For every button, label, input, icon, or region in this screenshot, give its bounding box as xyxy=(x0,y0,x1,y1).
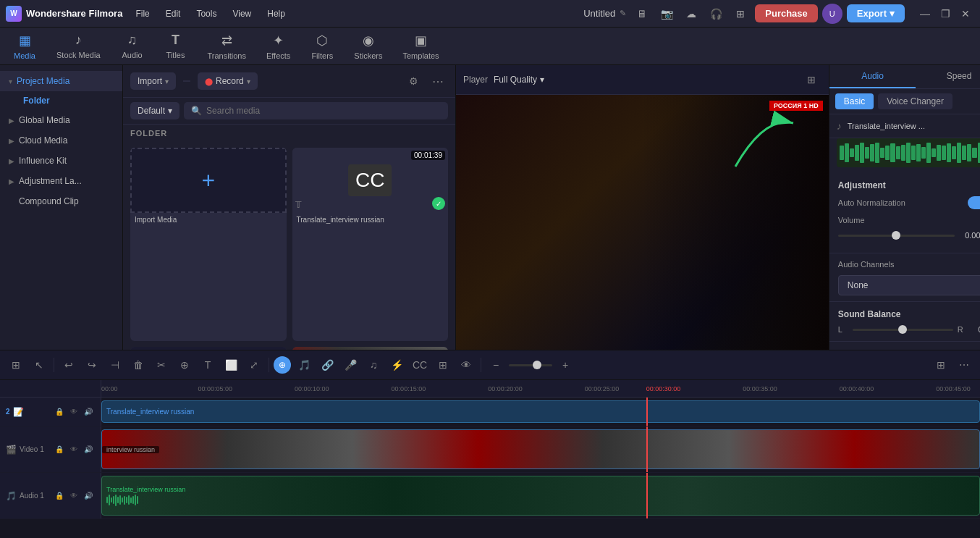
menu-file[interactable]: File xyxy=(128,6,156,22)
search-icon: 🔍 xyxy=(191,106,202,116)
auto-normalization-label: Auto Normalization xyxy=(838,198,962,207)
tl-audio-snap-btn[interactable]: 🎵 xyxy=(294,355,314,375)
video1-clip[interactable]: interview russian xyxy=(101,429,980,469)
rp-subtab-voice-changer[interactable]: Voice Changer xyxy=(878,93,952,109)
headphone-icon[interactable]: 🎧 xyxy=(706,4,726,24)
tl-audio1-track-content[interactable]: Translate_interview russian xyxy=(101,473,980,518)
track-2-lock-icon[interactable]: 🔒 xyxy=(53,405,66,419)
tl-caption-btn[interactable]: CC xyxy=(410,355,430,375)
minimize-btn[interactable]: — xyxy=(916,5,934,22)
tl-copy-btn[interactable]: ⊕ xyxy=(174,355,195,375)
record-button[interactable]: ⬤ Record ▾ xyxy=(198,72,258,90)
tab-media[interactable]: ▦ Media xyxy=(3,28,46,64)
tl-redo-btn[interactable]: ↪ xyxy=(82,355,102,375)
tl-minus-btn[interactable]: − xyxy=(486,355,506,375)
tl-text-btn[interactable]: T xyxy=(198,355,218,375)
rp-subtab-basic[interactable]: Basic xyxy=(835,93,874,109)
sound-balance-slider[interactable] xyxy=(853,329,953,331)
sidebar-item-cloud-media[interactable]: ▶ Cloud Media xyxy=(0,130,122,151)
search-input[interactable] xyxy=(206,106,441,116)
tab-transitions[interactable]: ⇄ Transitions xyxy=(198,28,256,64)
search-box[interactable]: 🔍 xyxy=(184,102,448,119)
close-btn[interactable]: ✕ xyxy=(957,5,974,22)
minimize-window-icon[interactable]: 🖥 xyxy=(632,4,652,24)
tl-mic-btn[interactable]: 🎤 xyxy=(340,355,360,375)
track-video1-eye-icon[interactable]: 👁 xyxy=(67,443,80,456)
track-audio1-lock-icon[interactable]: 🔒 xyxy=(53,489,66,503)
tl-insert-btn[interactable]: ⊣ xyxy=(105,355,125,375)
import-button[interactable]: Import ▾ xyxy=(130,72,176,90)
sidebar-item-global-media[interactable]: ▶ Global Media xyxy=(0,110,122,130)
track-2-volume-icon[interactable]: 🔊 xyxy=(82,405,95,419)
filter-icon[interactable]: ⚙ xyxy=(403,71,423,91)
track-video1-volume-icon[interactable]: 🔊 xyxy=(82,443,95,456)
more-options-icon[interactable]: ⋯ xyxy=(428,71,448,91)
track-video1-lock-icon[interactable]: 🔒 xyxy=(53,443,66,456)
subtitle-clip-label: Translate_interview russian xyxy=(106,408,194,416)
purchase-button[interactable]: Purchase xyxy=(755,4,818,22)
menu-edit[interactable]: Edit xyxy=(159,6,188,22)
volume-slider[interactable] xyxy=(838,235,955,237)
volume-thumb[interactable] xyxy=(892,231,900,240)
sidebar-item-adjustment-la[interactable]: ▶ Adjustment La... xyxy=(0,171,122,191)
tl-subtitle-clip[interactable]: Translate_interview russian xyxy=(101,400,980,423)
track-audio1-eye-icon[interactable]: 👁 xyxy=(67,489,80,503)
tab-filters[interactable]: ⬡ Filters xyxy=(300,28,344,64)
sidebar-item-compound-clip[interactable]: ▶ Compound Clip xyxy=(0,191,122,211)
import-media-item[interactable]: + Import Media xyxy=(130,148,287,341)
tab-stickers[interactable]: ◉ Stickers xyxy=(344,28,392,64)
tab-stock-media[interactable]: ♪ Stock Media xyxy=(46,28,111,64)
tl-group-btn[interactable]: ⊞ xyxy=(6,355,26,375)
tab-titles[interactable]: T Titles xyxy=(154,28,198,64)
menu-help[interactable]: Help xyxy=(260,6,292,22)
tl-screen-btn[interactable]: ⊞ xyxy=(433,355,453,375)
cloud-icon[interactable]: ☁ xyxy=(681,4,701,24)
tl-split-btn[interactable]: ⚡ xyxy=(386,355,407,375)
tl-snap-btn[interactable]: ⊕ xyxy=(274,356,291,374)
tl-crop-btn[interactable]: ⬜ xyxy=(221,355,241,375)
tab-effects[interactable]: ✦ Effects xyxy=(256,28,300,64)
tl-expand-btn[interactable]: ⤢ xyxy=(244,355,264,375)
tl-cut-btn[interactable]: ✂ xyxy=(151,355,172,375)
tl-more-btn[interactable]: ⋯ xyxy=(954,355,974,375)
tl-link-btn[interactable]: 🔗 xyxy=(317,355,337,375)
user-avatar[interactable]: U xyxy=(822,4,842,24)
quality-selector[interactable]: Full Quality ▾ xyxy=(494,75,544,85)
audio-channels-select[interactable]: None Stereo Mono Left Mono Right xyxy=(838,275,980,295)
rp-tab-audio[interactable]: Audio xyxy=(829,65,916,88)
auto-normalization-toggle[interactable] xyxy=(968,196,980,209)
audio1-clip-label: Translate_interview russian xyxy=(106,486,975,493)
export-button[interactable]: Export ▾ xyxy=(847,4,905,22)
tl-undo-btn[interactable]: ↩ xyxy=(59,355,79,375)
tl-video1-track-content[interactable]: interview russian xyxy=(101,426,980,472)
tl-zoom-slider[interactable] xyxy=(509,364,552,366)
preview-expand-icon[interactable]: ⊞ xyxy=(801,70,821,90)
tl-plus-btn[interactable]: + xyxy=(555,355,575,375)
sidebar-item-influence-kit[interactable]: ▶ Influence Kit xyxy=(0,151,122,171)
tl-delete-btn[interactable]: 🗑 xyxy=(128,355,148,375)
maximize-btn[interactable]: ❐ xyxy=(937,5,954,22)
sidebar-folder[interactable]: Folder xyxy=(14,91,122,110)
tl-zoom-thumb[interactable] xyxy=(533,361,541,369)
tl-grid-view-btn[interactable]: ⊞ xyxy=(931,355,951,375)
tab-audio[interactable]: ♫ Audio xyxy=(111,28,154,64)
tl-select-btn[interactable]: ↖ xyxy=(29,355,49,375)
audio1-clip[interactable]: Translate_interview russian xyxy=(101,476,980,516)
tl-hide-btn[interactable]: 👁 xyxy=(456,355,476,375)
sound-balance-title: Sound Balance xyxy=(838,309,980,319)
right-panel-tabs: Audio Speed xyxy=(829,65,980,89)
track-audio1-volume-icon[interactable]: 🔊 xyxy=(82,489,95,503)
track-2-eye-icon[interactable]: 👁 xyxy=(67,405,80,419)
sound-balance-thumb[interactable] xyxy=(898,325,907,334)
tl-music-btn[interactable]: ♫ xyxy=(363,355,384,375)
translate-interview-item[interactable]: 00:01:39 CC 𝕋 ✓ Translate_interview russ… xyxy=(292,148,449,341)
default-button[interactable]: Default ▾ xyxy=(130,102,179,119)
tab-templates[interactable]: ▣ Templates xyxy=(392,28,449,64)
menu-view[interactable]: View xyxy=(225,6,258,22)
screen-record-icon[interactable]: 📷 xyxy=(656,4,677,24)
rp-tab-speed[interactable]: Speed xyxy=(916,65,980,88)
sidebar-item-project-media[interactable]: ▾ Project Media xyxy=(0,71,122,91)
tl-subtitle-track-content[interactable]: Translate_interview russian xyxy=(101,398,980,426)
grid-icon[interactable]: ⊞ xyxy=(730,4,751,24)
menu-tools[interactable]: Tools xyxy=(189,6,224,22)
